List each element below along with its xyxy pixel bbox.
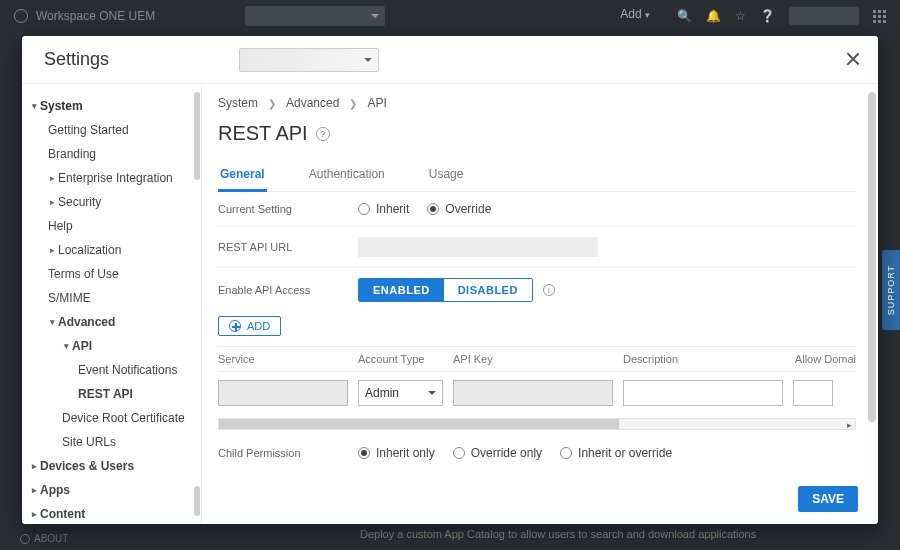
allow-domains-input[interactable] [793,380,833,406]
col-allow-domains: Allow Domai [793,353,856,365]
breadcrumb-advanced[interactable]: Advanced [286,96,339,110]
row-enable-api-access: Enable API Access ENABLED DISABLED i [218,268,856,312]
table-row: Admin [218,372,856,414]
description-input[interactable] [623,380,783,406]
nav-apps[interactable]: ▸Apps [22,478,201,502]
toggle-disabled[interactable]: DISABLED [444,279,532,301]
nav-scrollbar[interactable] [194,92,200,180]
service-input[interactable] [218,380,348,406]
col-service: Service [218,353,358,365]
col-api-key: API Key [453,353,623,365]
app-brand: Workspace ONE UEM [36,9,155,23]
nav-device-root-cert[interactable]: Device Root Certificate [22,406,201,430]
nav-devices-users[interactable]: ▸Devices & Users [22,454,201,478]
nav-rest-api[interactable]: REST API [22,382,201,406]
tabs: General Authentication Usage [218,167,856,192]
toggle-enabled[interactable]: ENABLED [359,279,444,301]
nav-advanced[interactable]: ▾Advanced [22,310,201,334]
search-icon[interactable]: 🔍 [677,9,692,23]
background-text: Deploy a custom App Catalog to allow use… [360,528,756,540]
nav-site-urls[interactable]: Site URLs [22,430,201,454]
breadcrumb-system[interactable]: System [218,96,258,110]
org-group-select[interactable] [245,6,385,26]
nav-content[interactable]: ▸Content [22,502,201,524]
table-header: Service Account Type API Key Description… [218,346,856,372]
settings-nav: ▾System Getting Started Branding ▸Enterp… [22,84,202,524]
support-label: SUPPORT [886,265,896,315]
row-rest-api-url: REST API URL [218,227,856,268]
col-description: Description [623,353,793,365]
help-icon[interactable]: ❔ [760,9,775,23]
radio-override-only[interactable]: Override only [453,446,542,460]
modal-org-select[interactable] [239,48,379,72]
nav-security[interactable]: ▸Security [22,190,201,214]
nav-localization[interactable]: ▸Localization [22,238,201,262]
star-icon[interactable]: ☆ [735,9,746,23]
add-button[interactable]: ADD [218,316,281,336]
add-button-label: ADD [247,320,270,332]
tab-general[interactable]: General [218,167,267,192]
breadcrumb: System ❯ Advanced ❯ API [218,96,856,110]
settings-content: System ❯ Advanced ❯ API REST API ? Gener… [202,84,878,524]
label-rest-api-url: REST API URL [218,241,358,253]
header-add-menu[interactable]: Add ▾ [620,7,650,21]
plus-icon [229,320,241,332]
api-table: Service Account Type API Key Description… [218,346,856,430]
col-account-type: Account Type [358,353,453,365]
nav-system[interactable]: ▾System [22,94,201,118]
content-scrollbar[interactable] [868,92,876,422]
chevron-right-icon: ❯ [268,98,276,109]
radio-inherit[interactable]: Inherit [358,202,409,216]
support-side-tab[interactable]: SUPPORT [882,250,900,330]
account-chip[interactable] [789,7,859,25]
info-icon [20,534,30,544]
nav-branding[interactable]: Branding [22,142,201,166]
nav-scrollbar-bottom[interactable] [194,486,200,516]
nav-enterprise-integration[interactable]: ▸Enterprise Integration [22,166,201,190]
radio-inherit-or-override[interactable]: Inherit or override [560,446,672,460]
toggle-enable-api[interactable]: ENABLED DISABLED [358,278,533,302]
info-icon[interactable]: i [543,284,555,296]
footer-about[interactable]: ABOUT [20,533,68,544]
label-enable-api-access: Enable API Access [218,284,358,296]
header-add-label: Add [620,7,641,21]
tab-usage[interactable]: Usage [427,167,466,191]
table-horizontal-scrollbar[interactable]: ◂▸ [218,418,856,430]
nav-event-notifications[interactable]: Event Notifications [22,358,201,382]
nav-terms-of-use[interactable]: Terms of Use [22,262,201,286]
page-title: REST API ? [218,122,856,145]
chevron-right-icon: ❯ [349,98,357,109]
tab-authentication[interactable]: Authentication [307,167,387,191]
app-logo-icon [14,9,28,23]
value-rest-api-url [358,237,598,257]
modal-title: Settings [44,49,109,70]
breadcrumb-api[interactable]: API [367,96,386,110]
nav-api[interactable]: ▾API [22,334,201,358]
api-key-input[interactable] [453,380,613,406]
row-child-permission: Child Permission Inherit only Override o… [218,430,856,460]
row-current-setting: Current Setting Inherit Override [218,192,856,227]
settings-modal: Settings ▾System Getting Started Brandin… [22,36,878,524]
label-current-setting: Current Setting [218,203,358,215]
bell-icon[interactable]: 🔔 [706,9,721,23]
label-child-permission: Child Permission [218,447,358,459]
nav-getting-started[interactable]: Getting Started [22,118,201,142]
close-icon[interactable] [844,50,862,68]
app-header: Workspace ONE UEM Add ▾ 🔍 🔔 ☆ ❔ [0,0,900,32]
account-type-select[interactable]: Admin [358,380,443,406]
footer-about-label: ABOUT [34,533,68,544]
nav-help[interactable]: Help [22,214,201,238]
radio-inherit-only[interactable]: Inherit only [358,446,435,460]
modal-header: Settings [22,36,878,84]
radio-override[interactable]: Override [427,202,491,216]
nav-smime[interactable]: S/MIME [22,286,201,310]
save-button[interactable]: SAVE [798,486,858,512]
app-launcher-icon[interactable] [873,10,886,23]
help-icon[interactable]: ? [316,127,330,141]
